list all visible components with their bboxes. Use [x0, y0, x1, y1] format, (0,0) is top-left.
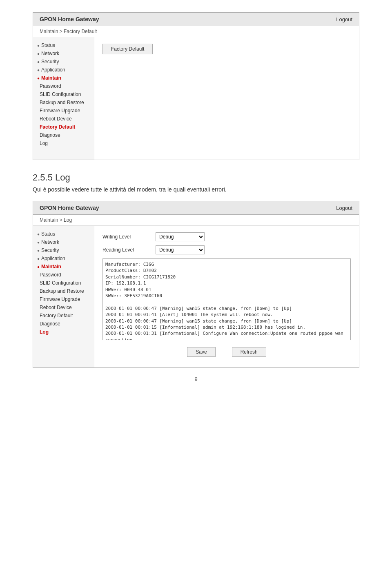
bottom-maintain-bullet: ●: [37, 265, 40, 269]
writing-level-select[interactable]: Debug Informational Warning Alert: [156, 232, 205, 241]
writing-level-label: Writing Level: [102, 234, 156, 240]
bottom-gateway-body: ● Status ● Network ● Security ● Applicat…: [33, 226, 359, 367]
bottom-sub-password[interactable]: Password: [33, 271, 94, 279]
top-gateway-box: GPON Home Gateway Logout Maintain > Fact…: [33, 12, 359, 160]
bottom-sidebar-label-status: Status: [41, 231, 55, 237]
top-sidebar-item-status[interactable]: ● Status: [33, 41, 94, 49]
top-sidebar-label-security: Security: [41, 59, 59, 65]
top-sub-password[interactable]: Password: [33, 82, 94, 90]
top-sub-slid[interactable]: SLID Configuration: [33, 90, 94, 98]
bottom-network-bullet: ●: [37, 240, 40, 245]
factory-default-button[interactable]: Factory Default: [102, 44, 153, 54]
top-sub-firmware[interactable]: Firmware Upgrade: [33, 107, 94, 115]
reading-level-label: Reading Level: [102, 247, 156, 253]
bottom-main-content: Writing Level Debug Informational Warnin…: [94, 226, 359, 367]
log-textarea[interactable]: [102, 258, 351, 340]
top-gateway-body: ● Status ● Network ● Security ● Applicat…: [33, 37, 359, 160]
maintain-bullet: ●: [37, 76, 40, 80]
save-button[interactable]: Save: [187, 347, 215, 357]
bottom-sub-diagnose[interactable]: Diagnose: [33, 320, 94, 328]
top-sidebar-label-status: Status: [41, 42, 55, 48]
top-sidebar: ● Status ● Network ● Security ● Applicat…: [33, 37, 94, 160]
bottom-sub-backup[interactable]: Backup and Restore: [33, 287, 94, 295]
bottom-gateway-box: GPON Home Gateway Logout Maintain > Log …: [33, 201, 359, 368]
bottom-sub-slid[interactable]: SLID Configuration: [33, 279, 94, 287]
bottom-sidebar: ● Status ● Network ● Security ● Applicat…: [33, 226, 94, 367]
bottom-sidebar-item-security[interactable]: ● Security: [33, 246, 94, 254]
bottom-sidebar-item-maintain[interactable]: ● Maintain: [33, 263, 94, 271]
bottom-gateway-header: GPON Home Gateway Logout: [33, 201, 359, 215]
top-sidebar-item-network[interactable]: ● Network: [33, 49, 94, 58]
top-sidebar-item-security[interactable]: ● Security: [33, 58, 94, 66]
top-sub-reboot[interactable]: Reboot Device: [33, 115, 94, 123]
bottom-sub-factory[interactable]: Factory Default: [33, 312, 94, 320]
bottom-sidebar-label-application: Application: [41, 256, 65, 261]
writing-level-row: Writing Level Debug Informational Warnin…: [102, 232, 351, 241]
top-sub-factory[interactable]: Factory Default: [33, 123, 94, 131]
top-breadcrumb: Maintain > Factory Default: [33, 26, 359, 37]
bottom-sidebar-label-network: Network: [41, 239, 59, 245]
bottom-security-bullet: ●: [37, 248, 40, 253]
top-main-content: Factory Default: [94, 37, 359, 160]
status-bullet: ●: [37, 43, 40, 48]
bottom-sub-reboot[interactable]: Reboot Device: [33, 303, 94, 312]
bottom-gateway-title: GPON Home Gateway: [40, 205, 99, 211]
bottom-sub-firmware[interactable]: Firmware Upgrade: [33, 295, 94, 303]
bottom-logout-button[interactable]: Logout: [336, 205, 352, 211]
refresh-button[interactable]: Refresh: [232, 347, 266, 357]
top-sidebar-item-maintain[interactable]: ● Maintain: [33, 74, 94, 82]
bottom-sidebar-item-status[interactable]: ● Status: [33, 230, 94, 238]
top-gateway-header: GPON Home Gateway Logout: [33, 13, 359, 26]
network-bullet: ●: [37, 51, 40, 56]
section-desc: Qui è possibile vedere tutte le attività…: [33, 186, 359, 193]
top-sidebar-label-application: Application: [41, 67, 65, 73]
bottom-application-bullet: ●: [37, 256, 40, 261]
top-sub-backup[interactable]: Backup and Restore: [33, 98, 94, 107]
bottom-status-bullet: ●: [37, 232, 40, 236]
top-sidebar-label-maintain: Maintain: [41, 75, 61, 81]
top-gateway-title: GPON Home Gateway: [40, 16, 99, 22]
top-sidebar-item-application[interactable]: ● Application: [33, 66, 94, 74]
bottom-breadcrumb: Maintain > Log: [33, 215, 359, 226]
reading-level-row: Reading Level Debug Informational Warnin…: [102, 245, 351, 254]
bottom-sidebar-item-application[interactable]: ● Application: [33, 254, 94, 263]
top-logout-button[interactable]: Logout: [336, 16, 352, 22]
bottom-sub-log[interactable]: Log: [33, 328, 94, 336]
log-buttons-row: Save Refresh: [102, 341, 351, 361]
bottom-sidebar-label-security: Security: [41, 247, 59, 253]
reading-level-select[interactable]: Debug Informational Warning Alert: [156, 245, 205, 254]
top-sub-log[interactable]: Log: [33, 139, 94, 147]
section-title: 2.5.5 Log: [33, 172, 359, 183]
application-bullet: ●: [37, 68, 40, 72]
bottom-sidebar-item-network[interactable]: ● Network: [33, 238, 94, 246]
security-bullet: ●: [37, 60, 40, 64]
top-sub-diagnose[interactable]: Diagnose: [33, 131, 94, 139]
top-sidebar-label-network: Network: [41, 51, 59, 56]
page-number: 9: [33, 376, 359, 382]
bottom-sidebar-label-maintain: Maintain: [41, 264, 61, 269]
